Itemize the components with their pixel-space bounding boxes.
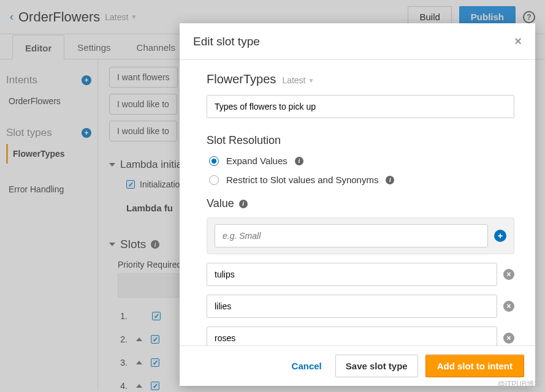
value-row: × xyxy=(207,263,514,286)
modal-body: FlowerTypes Latest ▼ Slot Resolution Exp… xyxy=(180,60,535,345)
value-input[interactable] xyxy=(207,295,497,318)
info-icon[interactable]: i xyxy=(239,200,248,208)
edit-slot-type-modal: Edit slot type × FlowerTypes Latest ▼ Sl… xyxy=(180,23,535,386)
slot-version-label: Latest xyxy=(282,75,305,85)
remove-value-icon[interactable]: × xyxy=(503,301,514,312)
radio-expand-values[interactable]: Expand Values i xyxy=(209,156,514,166)
slot-version-dropdown[interactable]: Latest ▼ xyxy=(282,75,314,85)
slot-description-input[interactable] xyxy=(207,95,514,118)
add-value-icon[interactable]: + xyxy=(494,230,506,242)
radio-icon[interactable] xyxy=(209,175,219,185)
modal-title: Edit slot type xyxy=(193,35,260,48)
radio-restrict-values[interactable]: Restrict to Slot values and Synonyms i xyxy=(209,175,514,185)
modal-footer: Cancel Save slot type Add slot to intent xyxy=(180,345,535,386)
value-input[interactable] xyxy=(207,326,497,345)
close-icon[interactable]: × xyxy=(514,34,522,48)
save-slot-type-button[interactable]: Save slot type xyxy=(335,355,418,377)
info-icon[interactable]: i xyxy=(386,176,394,184)
value-row: × xyxy=(207,326,514,345)
remove-value-icon[interactable]: × xyxy=(503,269,514,280)
chevron-down-icon: ▼ xyxy=(308,77,314,84)
info-icon[interactable]: i xyxy=(295,157,303,165)
modal-header: Edit slot type × xyxy=(180,23,535,60)
radio-restrict-label: Restrict to Slot values and Synonyms xyxy=(226,175,378,185)
value-heading: Value i xyxy=(207,197,514,210)
remove-value-icon[interactable]: × xyxy=(503,333,514,344)
add-slot-to-intent-button[interactable]: Add slot to intent xyxy=(425,355,524,377)
watermark: @ITPUB博客 xyxy=(497,379,541,390)
value-row: × xyxy=(207,295,514,318)
value-add-input[interactable] xyxy=(215,224,488,247)
cancel-button[interactable]: Cancel xyxy=(286,355,328,377)
radio-expand-label: Expand Values xyxy=(226,156,288,166)
value-label: Value xyxy=(207,197,234,210)
value-input[interactable] xyxy=(207,263,497,286)
radio-icon[interactable] xyxy=(209,156,219,166)
value-add-container: + xyxy=(207,217,514,254)
slot-resolution-heading: Slot Resolution xyxy=(207,134,514,147)
slot-type-name: FlowerTypes xyxy=(207,72,276,86)
